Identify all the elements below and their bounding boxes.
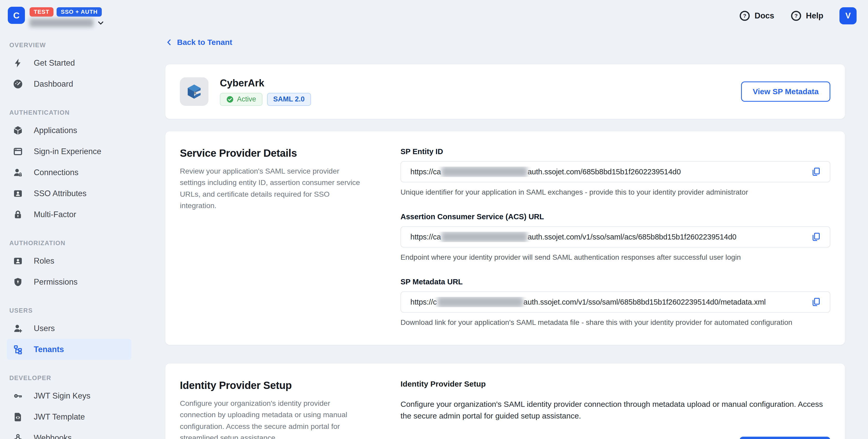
status-badge: Active bbox=[220, 93, 262, 106]
sp-details-card: Service Provider Details Review your app… bbox=[165, 131, 845, 345]
idp-setup-title: Identity Provider Setup bbox=[180, 380, 401, 391]
sidebar-item-applications[interactable]: Applications bbox=[7, 120, 131, 141]
field-sp-metadata-url: SP Metadata URL https://cauth.ssojet.com… bbox=[401, 278, 830, 327]
idp-panel-description: Configure your organization's SAML ident… bbox=[401, 398, 830, 421]
sp-details-fields: SP Entity ID https://caauth.ssojet.com/6… bbox=[401, 147, 830, 327]
section-label-users: USERS bbox=[9, 307, 140, 314]
sidebar-item-label: Sign-in Experience bbox=[34, 147, 101, 156]
sidebar-item-label: Users bbox=[34, 324, 55, 333]
copy-icon bbox=[811, 232, 821, 242]
brand[interactable]: C TEST SSO + AUTH bbox=[0, 0, 140, 27]
field-helper: Unique identifier for your application i… bbox=[401, 188, 830, 196]
plan-badge: SSO + AUTH bbox=[57, 7, 102, 17]
user-plus-icon bbox=[12, 322, 24, 335]
sidebar-item-label: SSO Attributes bbox=[34, 189, 87, 198]
main-content: Back to Tenant CyberArk bbox=[140, 0, 868, 439]
app-name: CyberArk bbox=[220, 77, 311, 89]
sidebar-item-label: Roles bbox=[34, 256, 54, 266]
tenant-name-redacted bbox=[30, 19, 93, 27]
copy-button[interactable] bbox=[809, 230, 823, 244]
sidebar-item-connections[interactable]: Connections bbox=[7, 162, 131, 183]
field-label: SP Metadata URL bbox=[401, 278, 830, 286]
sidebar-item-webhooks[interactable]: Webhooks bbox=[7, 427, 131, 439]
idp-setup-description: Configure your organization's identity p… bbox=[180, 398, 364, 439]
hierarchy-icon bbox=[12, 344, 24, 355]
check-circle-icon bbox=[226, 95, 234, 103]
app-header-card: CyberArk Active SAML 2.0 View SP Metadat… bbox=[165, 64, 845, 119]
id-card-icon bbox=[12, 188, 24, 199]
sidebar-item-jwt-template[interactable]: JWT Template bbox=[7, 406, 131, 427]
sidebar-item-users[interactable]: Users bbox=[7, 318, 131, 339]
sidebar-item-sign-in-experience[interactable]: Sign-in Experience bbox=[7, 141, 131, 162]
chevron-left-icon bbox=[165, 38, 174, 46]
sp-metadata-url-field[interactable]: https://cauth.ssojet.com/v1/sso/saml/685… bbox=[401, 291, 830, 313]
sidebar-item-label: JWT Sigin Keys bbox=[34, 391, 90, 401]
copy-button[interactable] bbox=[809, 165, 823, 179]
section-label-developer: DEVELOPER bbox=[9, 374, 140, 382]
field-label: Assertion Consumer Service (ACS) URL bbox=[401, 213, 830, 221]
sidebar-item-label: Webhooks bbox=[34, 433, 72, 439]
sidebar: C TEST SSO + AUTH OVERVIEW Get Started bbox=[0, 0, 140, 439]
idp-setup-intro: Identity Provider Setup Configure your o… bbox=[180, 380, 401, 439]
sidebar-nav: OVERVIEW Get Started Dashboard AUTHENTIC… bbox=[0, 41, 140, 439]
sidebar-item-label: Permissions bbox=[34, 277, 78, 287]
sp-details-title: Service Provider Details bbox=[180, 147, 401, 159]
cube-icon bbox=[12, 125, 24, 136]
field-helper: Download link for your application's SAM… bbox=[401, 318, 830, 327]
sp-details-intro: Service Provider Details Review your app… bbox=[180, 147, 401, 327]
idp-setup-panel: Identity Provider Setup Configure your o… bbox=[401, 380, 830, 439]
acs-url-field[interactable]: https://caauth.ssojet.com/v1/sso/saml/ac… bbox=[401, 226, 830, 248]
field-sp-entity-id: SP Entity ID https://caauth.ssojet.com/6… bbox=[401, 147, 830, 196]
sidebar-item-permissions[interactable]: Permissions bbox=[7, 272, 131, 292]
section-label-overview: OVERVIEW bbox=[9, 41, 140, 49]
back-link-label: Back to Tenant bbox=[177, 38, 232, 47]
redacted-url-segment bbox=[441, 232, 527, 242]
sidebar-item-label: Get Started bbox=[34, 58, 75, 68]
sidebar-item-label: JWT Template bbox=[34, 412, 85, 421]
file-code-icon bbox=[12, 411, 24, 423]
sidebar-item-label: Applications bbox=[34, 126, 77, 135]
sidebar-item-roles[interactable]: Roles bbox=[7, 250, 131, 272]
idp-panel-title: Identity Provider Setup bbox=[401, 380, 830, 388]
protocol-badge: SAML 2.0 bbox=[267, 93, 311, 106]
zap-icon bbox=[12, 57, 24, 69]
copy-icon bbox=[811, 166, 821, 177]
sidebar-item-get-started[interactable]: Get Started bbox=[7, 53, 131, 73]
webhook-icon bbox=[12, 432, 24, 439]
user-lock-icon bbox=[12, 166, 24, 179]
idp-setup-card: Identity Provider Setup Configure your o… bbox=[165, 363, 845, 439]
field-value: https://caauth.ssojet.com/685b8bd15b1f26… bbox=[410, 166, 809, 177]
field-value: https://caauth.ssojet.com/v1/sso/saml/ac… bbox=[410, 232, 809, 242]
field-label: SP Entity ID bbox=[401, 147, 830, 156]
section-label-authentication: AUTHENTICATION bbox=[9, 109, 140, 116]
browser-window-icon bbox=[12, 146, 24, 157]
field-acs-url: Assertion Consumer Service (ACS) URL htt… bbox=[401, 213, 830, 261]
sp-entity-id-field[interactable]: https://caauth.ssojet.com/685b8bd15b1f26… bbox=[401, 161, 830, 182]
brand-logo: C bbox=[8, 7, 25, 24]
copy-icon bbox=[811, 297, 821, 307]
status-label: Active bbox=[237, 95, 256, 103]
sidebar-item-tenants[interactable]: Tenants bbox=[7, 339, 131, 360]
app-logo-box bbox=[180, 77, 209, 106]
sidebar-item-sso-attributes[interactable]: SSO Attributes bbox=[7, 183, 131, 204]
sp-details-description: Review your application's SAML service p… bbox=[180, 165, 364, 212]
sidebar-item-label: Multi-Factor bbox=[34, 210, 76, 219]
field-value: https://cauth.ssojet.com/v1/sso/saml/685… bbox=[410, 297, 809, 307]
back-to-tenant-link[interactable]: Back to Tenant bbox=[165, 38, 232, 47]
sidebar-item-label: Dashboard bbox=[34, 80, 73, 89]
field-helper: Endpoint where your identity provider wi… bbox=[401, 253, 830, 261]
cyberark-logo-icon bbox=[186, 84, 202, 100]
view-sp-metadata-button[interactable]: View SP Metadata bbox=[741, 82, 830, 102]
chevron-down-icon[interactable] bbox=[97, 19, 104, 27]
redacted-url-segment bbox=[441, 166, 527, 177]
sidebar-item-jwt-sign-keys[interactable]: JWT Sigin Keys bbox=[7, 385, 131, 406]
sidebar-item-dashboard[interactable]: Dashboard bbox=[7, 73, 131, 94]
copy-button[interactable] bbox=[809, 295, 823, 309]
redacted-url-segment bbox=[437, 297, 523, 307]
sidebar-item-multi-factor[interactable]: Multi-Factor bbox=[7, 204, 131, 225]
sidebar-item-label: Connections bbox=[34, 168, 79, 177]
edit-configuration-button[interactable]: Edit Configuration bbox=[740, 437, 830, 439]
key-icon bbox=[12, 390, 24, 402]
id-card-icon bbox=[12, 255, 24, 267]
gauge-icon bbox=[12, 78, 24, 90]
